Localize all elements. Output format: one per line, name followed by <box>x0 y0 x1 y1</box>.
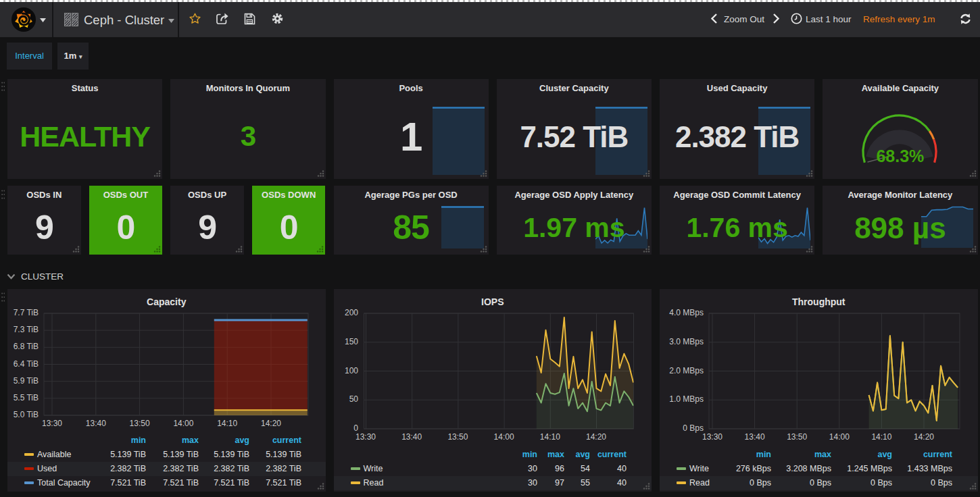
y-axis-label: 6.4 TiB <box>14 359 39 369</box>
legend-series-name[interactable]: Write <box>364 464 383 473</box>
legend-series-name[interactable]: Write <box>689 464 709 473</box>
save-dashboard-button[interactable] <box>236 2 263 37</box>
panel-title[interactable]: Agerage OSD Commit Latency <box>660 190 814 200</box>
legend-series-name[interactable]: Total Capacity <box>37 478 91 488</box>
panel-resize-handle[interactable] <box>969 170 977 178</box>
panel-resize-handle[interactable] <box>643 246 650 253</box>
legend-value: 0 Bps <box>710 478 771 488</box>
stat-value: 1.97 ms <box>497 212 652 244</box>
stat-panel-osds-in: OSDs IN9 <box>7 186 81 255</box>
panel-title[interactable]: Agerage PGs per OSD <box>334 190 489 200</box>
legend-header-min[interactable]: min <box>717 450 771 459</box>
panel-title[interactable]: Monitors In Quorum <box>170 83 325 93</box>
legend-header-avg[interactable]: avg <box>195 436 249 445</box>
share-dashboard-button[interactable] <box>208 2 235 37</box>
clock-icon <box>791 13 802 24</box>
stat-value: 9 <box>170 209 244 247</box>
zoom-out-button[interactable]: Zoom Out <box>724 2 764 37</box>
legend-color-swatch[interactable] <box>351 481 360 484</box>
panel-resize-handle[interactable] <box>317 170 324 178</box>
grafana-main-menu-button[interactable] <box>0 2 52 37</box>
panel-resize-handle[interactable] <box>480 246 487 253</box>
legend-series-name[interactable]: Read <box>364 478 384 488</box>
legend-value: 1.245 MBps <box>831 464 892 473</box>
legend-color-swatch[interactable] <box>677 467 686 470</box>
legend-series-name[interactable]: Available <box>37 450 72 459</box>
panel-resize-handle[interactable] <box>969 246 977 253</box>
stat-value: 0 <box>252 209 326 247</box>
x-axis-label: 14:20 <box>254 419 288 428</box>
star-dashboard-button[interactable] <box>181 2 208 37</box>
legend-value: 2.382 TiB <box>241 464 301 473</box>
panel-title[interactable]: Agerage OSD Apply Latency <box>497 190 652 200</box>
panel-title[interactable]: OSDs IN <box>7 190 81 200</box>
stat-panel-monitors-in-quorum: Monitors In Quorum3 <box>170 79 325 179</box>
panel-resize-handle[interactable] <box>643 170 650 178</box>
interval-variable-select[interactable]: 1m ▾ <box>57 43 89 70</box>
y-axis-label: 50 <box>349 394 358 404</box>
legend-color-swatch[interactable] <box>24 467 34 470</box>
legend-color-swatch[interactable] <box>24 481 34 484</box>
panel-title[interactable]: Cluster Capacity <box>497 83 652 93</box>
grafana-dashboard-screen: Ceph - Cluster <box>0 0 980 497</box>
panel-title[interactable]: Used Capacity <box>660 83 814 93</box>
legend-series-row: Total Capacity7.521 TiB7.521 TiB7.521 Ti… <box>7 476 326 490</box>
panel-resize-handle[interactable] <box>969 483 977 490</box>
legend-header-avg[interactable]: avg <box>838 450 892 459</box>
panel-resize-handle[interactable] <box>72 246 80 253</box>
panel-resize-handle[interactable] <box>153 170 161 178</box>
row-drag-handle[interactable] <box>1 292 5 302</box>
legend-color-swatch[interactable] <box>24 453 34 456</box>
settings-button[interactable] <box>264 2 291 37</box>
legend-header-max[interactable]: max <box>145 436 199 445</box>
panel-title[interactable]: Pools <box>334 83 489 93</box>
row-drag-handle[interactable] <box>1 190 5 199</box>
panel-resize-handle[interactable] <box>643 483 650 490</box>
panel-title[interactable]: OSDs OUT <box>89 190 163 200</box>
legend-series-name[interactable]: Read <box>689 478 710 488</box>
panel-title[interactable]: Average Monitor Latency <box>823 190 977 200</box>
refresh-interval-button[interactable]: Refresh every 1m <box>863 2 935 37</box>
legend-header-current[interactable]: current <box>898 450 952 459</box>
panel-resize-handle[interactable] <box>317 483 324 490</box>
stat-panel-pools: Pools1 <box>334 79 489 179</box>
legend-header-max[interactable]: max <box>777 450 831 459</box>
stat-panel-osds-up: OSDs UP9 <box>170 186 244 255</box>
legend-color-swatch[interactable] <box>351 467 360 470</box>
stat-panel-agerage-pgs-per-osd: Agerage PGs per OSD85 <box>334 186 489 255</box>
interval-variable-label[interactable]: Interval <box>7 43 52 70</box>
panel-title[interactable]: OSDs UP <box>170 190 244 200</box>
stat-value: 9 <box>7 209 81 247</box>
panel-resize-handle[interactable] <box>153 246 161 253</box>
stat-value: 3 <box>170 120 325 153</box>
legend-color-swatch[interactable] <box>677 481 686 484</box>
dashboard-picker-button[interactable]: Ceph - Cluster <box>53 2 178 37</box>
stat-panel-available-capacity: Available Capacity68.3% <box>823 79 977 179</box>
refresh-button[interactable] <box>952 2 979 37</box>
time-back-button[interactable] <box>700 2 727 37</box>
panel-title[interactable]: Status <box>7 83 162 93</box>
chevron-right-icon <box>773 14 779 24</box>
time-range-button[interactable]: Last 1 hour <box>806 2 852 37</box>
stat-panel-used-capacity: Used Capacity2.382 TiB <box>660 79 814 179</box>
gear-icon <box>271 12 284 25</box>
panel-resize-handle[interactable] <box>480 170 487 178</box>
x-axis-label: 13:40 <box>79 419 113 428</box>
row-drag-handle[interactable] <box>1 82 5 91</box>
legend-series-name[interactable]: Used <box>37 464 57 473</box>
x-axis-label: 14:10 <box>210 419 244 428</box>
navbar: Ceph - Cluster <box>0 2 980 37</box>
panel-resize-handle[interactable] <box>806 170 813 178</box>
legend-header-min[interactable]: min <box>92 436 146 445</box>
legend-header-current[interactable]: current <box>247 436 301 445</box>
stat-panel-average-monitor-latency: Average Monitor Latency898 µs <box>823 186 977 255</box>
stat-panel-agerage-osd-apply-latency: Agerage OSD Apply Latency1.97 ms <box>497 186 652 255</box>
y-axis-label: 150 <box>345 337 358 346</box>
legend-header-current[interactable]: current <box>572 450 627 459</box>
panel-resize-handle[interactable] <box>235 246 243 253</box>
panel-title[interactable]: OSDs DOWN <box>252 190 326 200</box>
legend-value: 7.521 TiB <box>85 478 146 488</box>
panel-resize-handle[interactable] <box>316 246 324 253</box>
panel-resize-handle[interactable] <box>806 246 813 253</box>
y-axis-label: 6.8 TiB <box>14 342 39 351</box>
